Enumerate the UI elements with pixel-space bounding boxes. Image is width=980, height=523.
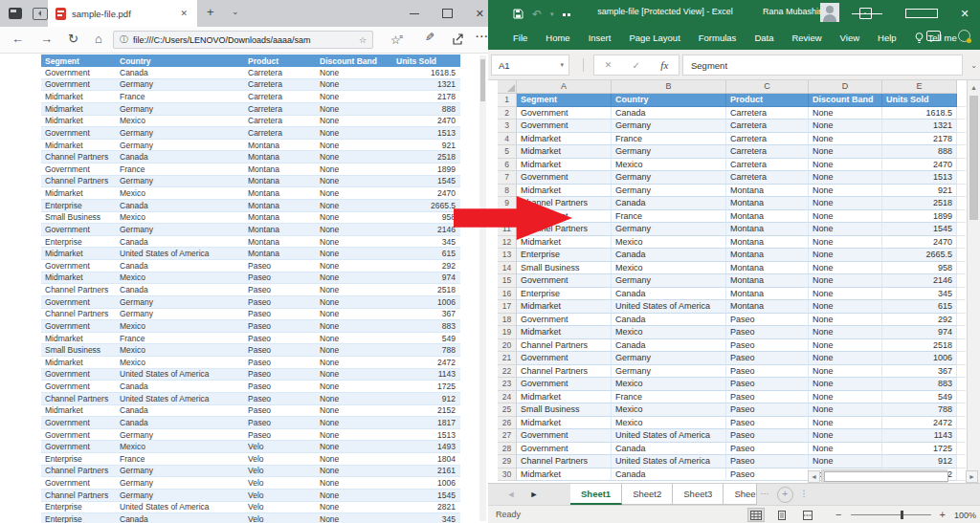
excel-cell[interactable]: United States of America — [612, 455, 726, 469]
row-number[interactable]: 30 — [498, 469, 517, 482]
column-header-C[interactable]: C — [726, 80, 809, 94]
excel-cell[interactable]: None — [809, 145, 882, 159]
excel-cell[interactable]: 1725 — [882, 443, 957, 456]
row-number[interactable]: 19 — [498, 326, 517, 339]
excel-cell[interactable]: Government — [517, 120, 612, 133]
excel-cell[interactable]: Paseo — [726, 469, 809, 482]
excel-cell[interactable]: Midmarket — [517, 236, 612, 250]
row-number[interactable]: 9 — [498, 197, 517, 210]
excel-cell[interactable]: Carretera — [726, 171, 809, 185]
excel-cell[interactable] — [957, 236, 966, 250]
row-number[interactable]: 1 — [498, 94, 517, 107]
excel-cell[interactable]: 788 — [882, 403, 957, 417]
excel-cell[interactable] — [957, 171, 966, 185]
row-number[interactable]: 20 — [498, 339, 517, 353]
excel-cell[interactable] — [957, 94, 966, 107]
excel-cell[interactable]: 2470 — [882, 159, 957, 172]
excel-cell[interactable]: 2146 — [882, 274, 957, 288]
excel-cell[interactable]: France — [612, 133, 726, 146]
scroll-left-icon[interactable]: ◄ — [808, 470, 820, 483]
zoom-out-icon[interactable]: − — [835, 510, 841, 520]
page-info-icon[interactable]: ⓘ — [120, 33, 128, 46]
excel-cell[interactable]: Mexico — [612, 159, 726, 172]
row-number[interactable]: 14 — [498, 262, 517, 275]
user-name[interactable]: Rana Mubashir — [763, 7, 821, 16]
minimize-icon[interactable] — [852, 13, 882, 14]
excel-cell[interactable]: Paseo — [726, 326, 809, 339]
close-icon[interactable]: ✕ — [476, 9, 484, 19]
excel-cell[interactable]: 2178 — [882, 133, 957, 146]
ribbon-tab-view[interactable]: View — [840, 33, 859, 43]
excel-cell[interactable]: Government — [517, 171, 612, 185]
excel-cell[interactable]: Midmarket — [517, 185, 612, 198]
back-icon[interactable]: ← — [11, 32, 24, 46]
excel-cell[interactable]: 883 — [882, 378, 957, 391]
excel-cell[interactable]: None — [809, 120, 882, 133]
excel-cell[interactable]: Paseo — [726, 352, 809, 365]
excel-cell[interactable]: Canada — [612, 288, 726, 301]
close-icon[interactable]: ✕ — [949, 9, 980, 19]
row-number[interactable]: 3 — [498, 120, 517, 133]
row-number[interactable]: 15 — [498, 274, 517, 288]
vertical-scroll-thumb[interactable] — [969, 96, 978, 220]
excel-cell[interactable]: Montana — [726, 262, 809, 275]
excel-cell[interactable] — [957, 429, 966, 443]
excel-cell[interactable]: Government — [517, 443, 612, 456]
ribbon-tab-help[interactable]: Help — [878, 33, 897, 43]
sheet-nav-right-icon[interactable]: ► — [524, 484, 544, 505]
home-icon[interactable]: ⌂ — [95, 32, 102, 46]
excel-cell[interactable]: Montana — [726, 274, 809, 288]
excel-cell[interactable]: 1321 — [882, 120, 957, 133]
ribbon-tab-review[interactable]: Review — [791, 33, 821, 43]
excel-cell[interactable]: Government — [517, 352, 612, 365]
excel-cell[interactable]: 2665.5 — [882, 249, 957, 262]
name-box[interactable]: A1 ▾ — [491, 54, 569, 76]
excel-cell[interactable]: None — [809, 378, 882, 391]
excel-cell[interactable]: None — [809, 249, 882, 262]
zoom-level-label[interactable]: 100% — [954, 511, 976, 520]
excel-cell[interactable] — [957, 314, 966, 327]
excel-cell[interactable]: Montana — [726, 288, 809, 301]
excel-cell[interactable]: Midmarket — [517, 417, 612, 430]
excel-cell[interactable]: None — [809, 107, 882, 120]
share-presence-icon[interactable] — [958, 30, 970, 42]
row-number[interactable]: 2 — [498, 107, 517, 120]
horizontal-scrollbar[interactable]: ◄ ► — [808, 469, 978, 484]
excel-cell[interactable]: Midmarket — [517, 391, 612, 404]
excel-cell[interactable]: None — [809, 223, 882, 236]
enter-icon[interactable]: ✓ — [633, 60, 640, 71]
sheet-tab-sheet3[interactable]: Sheet3 — [673, 484, 724, 505]
excel-cell[interactable]: Canada — [612, 249, 726, 262]
excel-cell[interactable] — [957, 352, 966, 365]
normal-view-icon[interactable] — [747, 508, 765, 522]
excel-cell[interactable]: None — [809, 288, 882, 301]
zoom-slider[interactable] — [851, 514, 931, 515]
scroll-right-icon[interactable]: ► — [966, 470, 978, 483]
excel-cell[interactable]: None — [809, 326, 882, 339]
minimize-icon[interactable] — [410, 13, 419, 14]
row-number[interactable]: 18 — [498, 314, 517, 327]
excel-cell[interactable]: Germany — [612, 185, 726, 198]
excel-cell[interactable]: Montana — [726, 249, 809, 262]
row-number[interactable]: 16 — [498, 288, 517, 301]
excel-cell[interactable]: Montana — [726, 210, 809, 224]
excel-cell[interactable]: France — [612, 210, 726, 224]
excel-cell[interactable]: Canada — [612, 314, 726, 327]
excel-cell[interactable] — [957, 145, 966, 159]
excel-cell[interactable]: None — [809, 274, 882, 288]
excel-cell[interactable] — [957, 300, 966, 314]
web-note-pen-icon[interactable]: ✎ — [425, 31, 434, 44]
excel-cell[interactable]: Midmarket — [517, 326, 612, 339]
excel-cell[interactable] — [957, 185, 966, 198]
excel-cell[interactable]: Germany — [612, 365, 726, 379]
excel-cell[interactable]: None — [809, 314, 882, 327]
forward-icon[interactable]: → — [40, 32, 53, 46]
favorites-hub-icon[interactable]: ☆ ≡ — [390, 31, 401, 48]
excel-cell[interactable]: None — [809, 455, 882, 469]
excel-cell[interactable]: 912 — [882, 455, 957, 469]
ribbon-tab-home[interactable]: Home — [546, 33, 569, 43]
save-icon[interactable] — [513, 6, 523, 23]
column-header-B[interactable]: B — [612, 80, 726, 94]
row-number[interactable]: 12 — [498, 236, 517, 250]
excel-cell[interactable]: 2472 — [882, 417, 957, 430]
